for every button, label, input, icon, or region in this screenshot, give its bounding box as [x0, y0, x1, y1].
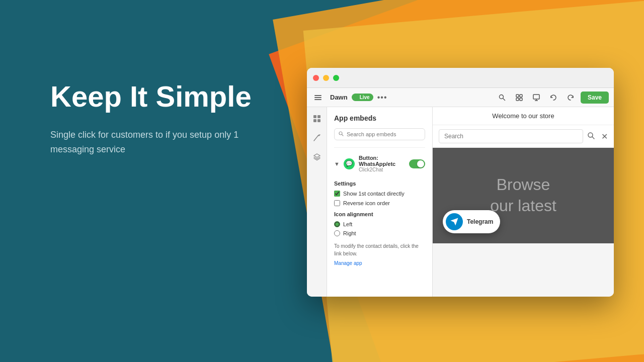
panel-divider: [334, 147, 425, 148]
preview-latest-text: our latest: [490, 197, 556, 215]
svg-rect-0: [314, 95, 321, 96]
browser-window: Dawn Live •••: [307, 68, 614, 297]
browser-toolbar: Dawn Live •••: [307, 88, 614, 107]
radio-right: Right: [334, 230, 425, 236]
svg-rect-9: [533, 95, 539, 99]
window-maximize-button[interactable]: [333, 75, 339, 81]
toolbar-redo-icon[interactable]: [564, 90, 578, 105]
preview-pane: Welcome to our store ✕ Browse our latest: [433, 107, 614, 297]
svg-rect-2: [314, 99, 321, 100]
svg-rect-15: [317, 119, 320, 122]
embed-item-sub: Click2Chat: [359, 167, 405, 172]
radio-left: Left: [334, 221, 425, 227]
panel-search-container[interactable]: [334, 128, 425, 140]
embed-item-whatsapp: ▼ 💬 Button: WhatsApp/etc Click2Chat: [334, 152, 425, 175]
preview-hero-image: Browse our latest Telegram: [433, 148, 614, 243]
radio-left-label: Left: [343, 221, 352, 227]
svg-rect-6: [520, 95, 522, 97]
svg-point-18: [318, 135, 319, 136]
svg-rect-14: [313, 119, 316, 122]
preview-search-bar: ✕: [433, 125, 614, 148]
svg-rect-12: [313, 115, 316, 118]
toolbar-icons: Save: [495, 90, 609, 105]
window-minimize-button[interactable]: [323, 75, 329, 81]
toolbar-brand-label: Dawn: [330, 94, 348, 101]
browser-body: App embeds ▼ 💬 Button: WhatsApp/etc Clic…: [307, 107, 614, 297]
telegram-label: Telegram: [467, 218, 493, 225]
sidebar-layers-icon[interactable]: [311, 151, 323, 162]
toolbar-more-options[interactable]: •••: [377, 93, 387, 102]
manage-text: To modify the contact details, click the…: [334, 242, 425, 257]
svg-rect-13: [317, 115, 320, 118]
panel-search-input[interactable]: [347, 131, 421, 137]
svg-line-4: [503, 98, 505, 100]
panel-title: App embeds: [334, 114, 425, 122]
radio-right-input[interactable]: [334, 230, 340, 236]
svg-line-20: [342, 135, 344, 136]
save-button[interactable]: Save: [581, 92, 609, 104]
sidebar-grid-icon[interactable]: [311, 113, 323, 124]
embed-item-info: Button: WhatsApp/etc Click2Chat: [359, 155, 405, 172]
radio-left-input[interactable]: [334, 221, 340, 227]
app-embeds-panel: App embeds ▼ 💬 Button: WhatsApp/etc Clic…: [327, 107, 433, 297]
sidebar-icon-bar: [307, 107, 327, 297]
window-close-button[interactable]: [313, 75, 319, 81]
preview-store-title: Welcome to our store: [433, 107, 614, 125]
toolbar-back-icon[interactable]: [312, 92, 324, 104]
preview-browse-text: Browse: [497, 175, 550, 194]
embed-toggle-switch[interactable]: [409, 159, 425, 168]
checkbox-show-contact-label: Show 1st contact directly: [343, 191, 405, 197]
toolbar-search-icon[interactable]: [495, 90, 509, 105]
checkbox-show-contact: Show 1st contact directly: [334, 191, 425, 197]
preview-search-icon[interactable]: [587, 132, 595, 141]
preview-hero-text: Browse our latest: [490, 174, 556, 216]
toolbar-select-icon[interactable]: [512, 90, 526, 105]
preview-close-icon[interactable]: ✕: [601, 132, 608, 141]
live-dot: [355, 96, 358, 99]
manage-app-link[interactable]: Manage app: [334, 260, 425, 266]
settings-section: Settings Show 1st contact directly Rever…: [334, 180, 425, 266]
hero-subtext: Single click for customers to if you set…: [50, 128, 262, 157]
svg-line-22: [592, 137, 594, 139]
panel-search-icon: [339, 131, 344, 137]
toolbar-desktop-icon[interactable]: [529, 90, 543, 105]
settings-title: Settings: [334, 180, 425, 187]
embed-whatsapp-icon: 💬: [344, 158, 355, 169]
svg-rect-1: [314, 97, 321, 98]
checkbox-reverse-order-label: Reverse icon order: [343, 200, 390, 206]
live-badge: Live: [352, 94, 373, 101]
svg-line-16: [314, 136, 318, 141]
preview-search-input[interactable]: [439, 129, 583, 143]
embed-chevron-icon[interactable]: ▼: [334, 161, 340, 167]
svg-rect-5: [516, 95, 519, 97]
alignment-title: Icon alignment: [334, 211, 425, 217]
checkbox-reverse-order: Reverse icon order: [334, 200, 425, 206]
telegram-icon: [446, 213, 463, 230]
svg-rect-7: [516, 98, 519, 101]
checkbox-show-contact-input[interactable]: [334, 191, 340, 197]
browser-titlebar: [307, 68, 614, 88]
telegram-button[interactable]: Telegram: [443, 210, 500, 233]
toolbar-undo-icon[interactable]: [546, 90, 560, 105]
radio-right-label: Right: [343, 230, 356, 236]
checkbox-reverse-order-input[interactable]: [334, 200, 340, 206]
sidebar-wand-icon[interactable]: [311, 132, 323, 143]
svg-rect-8: [520, 98, 522, 101]
hero-section: Keep It Simple Single click for customer…: [50, 80, 262, 156]
embed-item-name: Button: WhatsApp/etc: [359, 155, 405, 167]
hero-heading: Keep It Simple: [50, 80, 262, 113]
